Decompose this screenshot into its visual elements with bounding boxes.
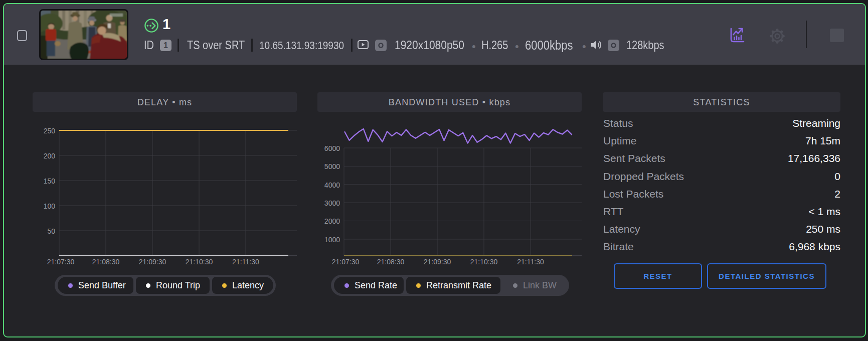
svg-text:21:11:30: 21:11:30	[232, 258, 259, 266]
svg-text:6000: 6000	[324, 144, 340, 152]
svg-text:21:10:30: 21:10:30	[470, 258, 498, 266]
svg-text:21:08:30: 21:08:30	[92, 258, 120, 266]
svg-text:100: 100	[44, 202, 56, 210]
svg-text:21:10:30: 21:10:30	[186, 258, 213, 266]
svg-text:150: 150	[44, 177, 56, 185]
svg-text:21:09:30: 21:09:30	[424, 258, 451, 266]
svg-text:200: 200	[44, 152, 56, 160]
svg-text:1000: 1000	[324, 236, 340, 244]
svg-text:21:07:30: 21:07:30	[47, 258, 75, 266]
svg-text:3000: 3000	[324, 199, 340, 207]
svg-text:21:11:30: 21:11:30	[517, 258, 544, 266]
svg-text:4000: 4000	[324, 181, 340, 189]
svg-text:21:09:30: 21:09:30	[139, 258, 166, 266]
svg-text:5000: 5000	[324, 162, 340, 170]
svg-text:2000: 2000	[324, 217, 340, 225]
svg-text:50: 50	[47, 227, 55, 235]
svg-text:21:08:30: 21:08:30	[377, 258, 405, 266]
svg-text:21:07:30: 21:07:30	[332, 258, 360, 266]
svg-text:250: 250	[44, 127, 56, 135]
